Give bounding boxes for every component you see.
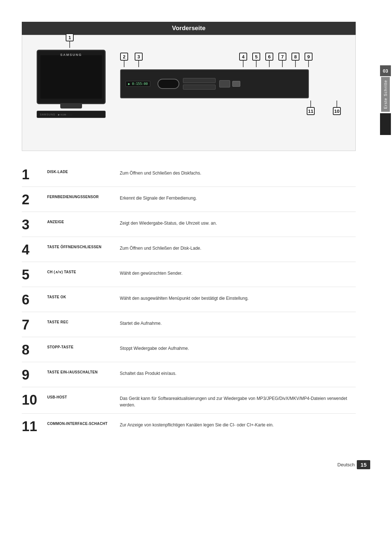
section-label: Erste Schritte <box>381 77 390 112</box>
bottom-labels: 11 10 <box>120 101 348 115</box>
table-row: 11COMMON-INTERFACE-SCHACHTZur Anzeige vo… <box>22 414 356 438</box>
diag-num-1: 1 <box>66 33 74 41</box>
item-name: USB-HOST <box>47 392 120 399</box>
item-description: Das Gerät kann für Softwareaktualisierun… <box>120 392 356 408</box>
item-number: 1 <box>22 167 47 181</box>
item-name: CH (∧/∨) TASTE <box>47 267 120 274</box>
item-description: Schaltet das Produkt ein/aus. <box>120 367 356 377</box>
side-tab-accent <box>380 113 391 135</box>
table-row: 1DISK-LADEZum Öffnen und Schließen des D… <box>22 162 356 187</box>
item-description: Zum Öffnen und Schließen des Diskfachs. <box>120 167 356 176</box>
panel-oval <box>158 79 179 89</box>
table-row: 8STOPP-TASTEStoppt Wiedergabe oder Aufna… <box>22 337 356 362</box>
item-name: FERNBEDIENUNGSSENSOR <box>47 192 120 199</box>
table-row: 4TASTE ÖFFNEN/SCHLIESSENZum Öffnen und S… <box>22 237 356 262</box>
item-number: 11 <box>22 419 47 433</box>
recorder-small: SAMSUNG ▶ 0:155 · · · · · <box>37 111 106 118</box>
item-name: TASTE REC <box>47 317 120 324</box>
item-name: COMMON-INTERFACE-SCHACHT <box>47 419 120 426</box>
diag-num-8: 8 <box>291 53 299 61</box>
item-name: TASTE OK <box>47 292 120 299</box>
label-6-wrap: 6 <box>265 53 273 67</box>
item-description: Wählt den gewünschten Sender. <box>120 267 356 277</box>
section-number: 03 <box>380 65 391 76</box>
side-tab: 03 Erste Schritte <box>379 65 392 135</box>
diag-num-2: 2 <box>120 53 128 61</box>
label-7-wrap: 7 <box>278 53 286 67</box>
item-number: 5 <box>22 267 47 282</box>
devices-container: 1 SAMSUNG SAMSUNG ▶ 0:155 · · · · · <box>29 46 348 140</box>
item-description: Zum Öffnen und Schließen der Disk-Lade. <box>120 242 356 251</box>
label-9-wrap: 9 <box>305 53 313 67</box>
device-right: 2 3 4 <box>120 68 348 115</box>
panel-slots <box>183 78 216 90</box>
small-brand: SAMSUNG <box>40 113 55 116</box>
item-description: Startet die Aufnahme. <box>120 317 356 327</box>
labels-right: 4 5 6 7 <box>239 53 313 67</box>
table-row: 2FERNBEDIENUNGSSENSORErkennt die Signale… <box>22 187 356 212</box>
diagram-area: 1 SAMSUNG SAMSUNG ▶ 0:155 · · · · · <box>22 35 356 151</box>
num-labels-row: 2 3 4 <box>120 53 313 67</box>
item-description: Wählt den ausgewählten Menüpunkt oder be… <box>120 292 356 302</box>
label-5-wrap: 5 <box>252 53 260 67</box>
samsung-logo: SAMSUNG <box>60 53 82 57</box>
item-number: 9 <box>22 367 47 382</box>
table-row: 3ANZEIGEZeigt den Wiedergabe-Status, die… <box>22 212 356 237</box>
table-row: 5CH (∧/∨) TASTEWählt den gewünschten Sen… <box>22 262 356 287</box>
front-panel: ▶ 0:155:00 <box>120 69 309 98</box>
diag-num-11: 11 <box>307 107 315 115</box>
label-1-container: 1 <box>66 33 74 48</box>
item-number: 6 <box>22 292 47 307</box>
diag-num-7: 7 <box>278 53 286 61</box>
label-3-wrap: 3 <box>135 53 143 67</box>
label-11-wrap: 11 <box>307 101 315 115</box>
time-display: ▶ 0:155:00 <box>126 81 150 87</box>
slot-1 <box>183 78 216 83</box>
item-number: 10 <box>22 392 47 407</box>
device-left: 1 SAMSUNG SAMSUNG ▶ 0:155 · · · · · <box>37 50 106 118</box>
item-name: DISK-LADE <box>47 167 120 174</box>
table-row: 6TASTE OKWählt den ausgewählten Menüpunk… <box>22 287 356 312</box>
diag-num-6: 6 <box>265 53 273 61</box>
item-number: 2 <box>22 192 47 206</box>
usb-port <box>219 80 230 87</box>
diag-num-4: 4 <box>239 53 247 61</box>
diag-num-10: 10 <box>333 107 341 115</box>
diag-num-3: 3 <box>135 53 143 61</box>
label-8-wrap: 8 <box>291 53 299 67</box>
diag-num-9: 9 <box>305 53 313 61</box>
item-description: Zeigt den Wiedergabe-Status, die Uhrzeit… <box>120 217 356 226</box>
tv-stand <box>60 104 82 109</box>
item-number: 3 <box>22 217 47 232</box>
small-display: ▶ 0:155 · · · · · <box>58 113 72 116</box>
item-description: Zur Anzeige von kostenpflichtigen Kanäle… <box>120 419 356 428</box>
section-header: Vorderseite <box>22 22 356 35</box>
table-row: 10USB-HOSTDas Gerät kann für Softwareakt… <box>22 387 356 414</box>
item-name: TASTE EIN-/AUSSCHALTEN <box>47 367 120 374</box>
main-content: Vorderseite 1 SAMSUNG SAMSUNG ▶ 0:155 <box>22 22 370 438</box>
footer-lang: Deutsch <box>338 462 355 467</box>
samsung-tv: SAMSUNG <box>37 50 106 104</box>
table-row: 7TASTE RECStartet die Aufnahme. <box>22 312 356 337</box>
label-10-wrap: 10 <box>333 101 341 115</box>
page-footer: Deutsch 15 <box>0 453 392 476</box>
labels-left: 2 3 <box>120 53 143 67</box>
item-name: ANZEIGE <box>47 217 120 224</box>
footer-page: 15 <box>357 460 370 469</box>
tv-screen <box>40 55 102 99</box>
item-name: STOPP-TASTE <box>47 342 120 349</box>
item-number: 8 <box>22 342 47 357</box>
diag-num-5: 5 <box>252 53 260 61</box>
label-2-wrap: 2 <box>120 53 128 67</box>
label-4-wrap: 4 <box>239 53 247 67</box>
slot-2 <box>183 85 216 90</box>
table-row: 9TASTE EIN-/AUSSCHALTENSchaltet das Prod… <box>22 362 356 387</box>
panel-left: ▶ 0:155:00 <box>124 81 150 87</box>
item-number: 7 <box>22 317 47 332</box>
item-description: Stoppt Wiedergabe oder Aufnahme. <box>120 342 356 352</box>
item-number: 4 <box>22 242 47 257</box>
connector-port <box>232 81 240 87</box>
line-1 <box>69 41 70 48</box>
item-name: TASTE ÖFFNEN/SCHLIESSEN <box>47 242 120 249</box>
item-description: Erkennt die Signale der Fernbedienung. <box>120 192 356 201</box>
